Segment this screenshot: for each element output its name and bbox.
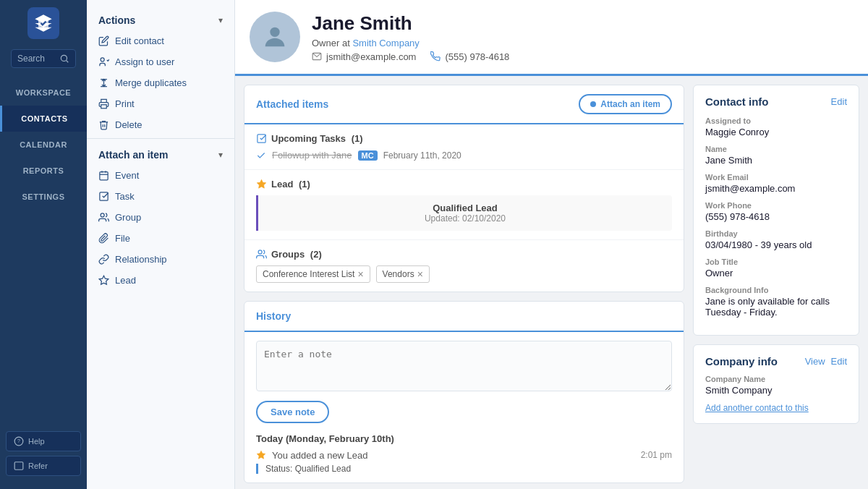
background-label: Background Info [705, 286, 847, 294]
group-tag: Vendors × [376, 265, 430, 283]
company-edit-link[interactable]: Edit [831, 356, 847, 367]
contact-info-card: Contact info Edit Assigned to Maggie Con… [693, 85, 859, 336]
company-name-field: Company Name Smith Company [705, 375, 847, 396]
delete-icon [98, 119, 109, 130]
company-view-link[interactable]: View [805, 356, 825, 367]
edit-icon [98, 35, 109, 46]
app-logo[interactable] [27, 7, 59, 39]
background-field: Background Info Jane is only available f… [705, 286, 847, 318]
contact-owner: Owner at Smith Company [312, 38, 509, 48]
lead-item: Qualified Lead Updated: 02/10/2020 [256, 195, 672, 231]
save-note-button[interactable]: Save note [256, 401, 329, 423]
company-info-title: Company info [705, 355, 778, 367]
sidebar-item-reports[interactable]: REPORTS [0, 158, 87, 184]
company-info-card: Company info View Edit Company Name Smit… [693, 344, 859, 424]
history-date: Today (Monday, February 10th) [256, 433, 672, 444]
task-text: Followup with Jane [272, 150, 352, 161]
menu-item-merge-duplicates[interactable]: Merge duplicates [87, 72, 234, 93]
sidebar-item-workspace[interactable]: WORKSPACE [0, 80, 87, 106]
print-label: Print [115, 98, 135, 109]
refer-button[interactable]: Refer [6, 456, 81, 476]
sidebar-item-calendar[interactable]: CALENDAR [0, 132, 87, 158]
svg-point-13 [101, 213, 104, 217]
refer-label: Refer [28, 462, 48, 470]
contact-name: Jane Smith [312, 12, 509, 35]
history-item-text: You added a new Lead [272, 450, 635, 461]
birthday-field: Birthday 03/04/1980 - 39 years old [705, 229, 847, 250]
assigned-to-value: Maggie Conroy [705, 127, 847, 137]
attach-title: Attach an item [98, 149, 168, 161]
search-box[interactable]: Search [11, 49, 76, 68]
work-phone-label: Work Phone [705, 201, 847, 210]
email-icon [312, 51, 322, 61]
event-label: Event [115, 170, 139, 181]
menu-item-task[interactable]: Task [87, 186, 234, 207]
history-entry: Today (Monday, February 10th) You added … [256, 433, 672, 474]
svg-rect-12 [100, 192, 108, 200]
svg-line-2 [67, 61, 69, 63]
lead-updated: Updated: 02/10/2020 [268, 213, 662, 224]
menu-item-print[interactable]: Print [87, 93, 234, 114]
attach-item-button[interactable]: Attach an item [579, 94, 672, 114]
work-phone-value: (555) 978-4618 [705, 211, 847, 222]
center-column: Attached items Attach an item Upcoming T… [244, 85, 684, 483]
menu-item-edit-contact[interactable]: Edit contact [87, 30, 234, 51]
job-title-field: Job Title Owner [705, 258, 847, 278]
name-label: Name [705, 145, 847, 153]
history-item-time: 2:01 pm [641, 450, 672, 460]
attach-btn-dot [590, 101, 596, 107]
help-icon: ? [14, 436, 24, 446]
upcoming-tasks-section: Upcoming Tasks (1) Followup with Jane MC… [244, 124, 684, 170]
assigned-to-label: Assigned to [705, 116, 847, 125]
sidebar-item-contacts[interactable]: CONTACTS [0, 106, 87, 132]
menu-item-delete[interactable]: Delete [87, 114, 234, 135]
menu-item-group[interactable]: Group [87, 207, 234, 228]
svg-rect-7 [101, 105, 107, 109]
tasks-title: Upcoming Tasks (1) [271, 133, 363, 144]
history-card: History Save note Today (Monday, Februar… [244, 301, 684, 483]
group-remove-btn[interactable]: × [417, 268, 423, 280]
tasks-header: Upcoming Tasks (1) [256, 133, 672, 144]
contact-info-edit-link[interactable]: Edit [831, 96, 847, 107]
svg-rect-8 [100, 172, 108, 180]
menu-item-relationship[interactable]: Relationship [87, 249, 234, 270]
sidebar-item-settings[interactable]: SETTINGS [0, 184, 87, 210]
svg-marker-18 [257, 179, 266, 188]
relationship-label: Relationship [115, 254, 167, 265]
actions-header: Actions ▾ [87, 7, 234, 30]
actions-section: Actions ▾ Edit contact Assign to user Me… [87, 0, 234, 298]
lead-section-title: Lead (1) [271, 179, 310, 190]
task-check-icon [256, 150, 266, 161]
right-column: Contact info Edit Assigned to Maggie Con… [693, 85, 859, 483]
menu-item-lead[interactable]: Lead [87, 270, 234, 291]
group-tag: Conference Interest List × [256, 265, 370, 283]
company-info-header: Company info View Edit [705, 355, 847, 367]
history-textarea[interactable] [256, 341, 672, 391]
company-link[interactable]: Smith Company [352, 38, 419, 48]
company-links: View Edit [805, 356, 847, 367]
help-button[interactable]: ? Help [6, 431, 81, 451]
lead-icon [98, 275, 109, 286]
svg-point-1 [61, 55, 67, 61]
tasks-checkbox-icon [256, 133, 267, 144]
svg-marker-14 [99, 276, 109, 284]
edit-contact-label: Edit contact [115, 35, 164, 46]
lead-star-icon [256, 179, 267, 190]
task-icon [98, 191, 109, 202]
merge-duplicates-label: Merge duplicates [115, 77, 187, 88]
work-phone-field: Work Phone (555) 978-4618 [705, 201, 847, 222]
attach-header: Attach an item ▾ [87, 142, 234, 165]
menu-item-file[interactable]: File [87, 228, 234, 249]
history-title: History [256, 310, 291, 322]
menu-item-event[interactable]: Event [87, 165, 234, 186]
contact-info-title: Contact info [705, 95, 769, 108]
group-remove-btn[interactable]: × [357, 268, 363, 280]
attach-chevron-icon: ▾ [218, 150, 223, 160]
menu-item-assign-to-user[interactable]: Assign to user [87, 51, 234, 72]
groups-title: Groups (2) [271, 249, 322, 260]
groups-icon [256, 249, 267, 260]
add-contact-link[interactable]: Add another contact to this [705, 403, 847, 413]
work-email-label: Work Email [705, 173, 847, 182]
search-label: Search [17, 54, 59, 64]
svg-point-19 [258, 250, 262, 254]
